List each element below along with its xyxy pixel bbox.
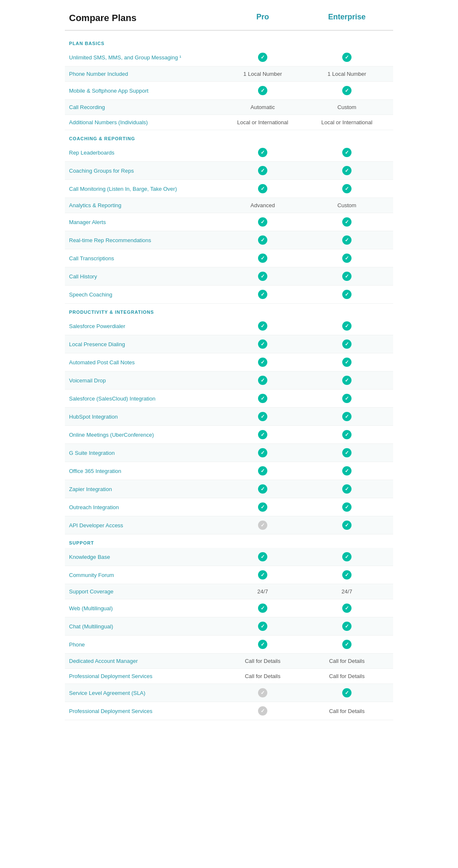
table-row: Service Level Agreement (SLA) — [65, 684, 393, 702]
pro-value — [221, 217, 305, 227]
pro-value — [221, 86, 305, 95]
table-row: Automated Post Call Notes — [65, 353, 393, 371]
table-row: Analytics & ReportingAdvancedCustom — [65, 198, 393, 213]
check-icon — [258, 290, 267, 299]
check-icon — [342, 484, 351, 494]
pro-value: Advanced — [221, 202, 305, 208]
table-row: Rep Leaderboards — [65, 144, 393, 162]
check-icon — [258, 430, 267, 439]
table-row: Real-time Rep Recommendations — [65, 231, 393, 249]
table-row: Mobile & Softphone App Support — [65, 82, 393, 100]
table-row: Support Coverage24/724/7 — [65, 584, 393, 599]
enterprise-value — [305, 166, 389, 175]
pro-value: Automatic — [221, 104, 305, 110]
text-value: Call for Details — [329, 708, 365, 714]
enterprise-value — [305, 235, 389, 245]
pro-value — [221, 235, 305, 245]
text-value: Call for Details — [329, 658, 365, 664]
check-disabled-icon — [258, 688, 267, 697]
check-icon — [342, 552, 351, 561]
pro-value — [221, 358, 305, 367]
enterprise-value — [305, 358, 389, 367]
enterprise-value — [305, 321, 389, 331]
feature-name: Call Transcriptions — [69, 255, 221, 262]
check-icon — [342, 466, 351, 475]
check-icon — [258, 217, 267, 227]
enterprise-value: Call for Details — [305, 673, 389, 679]
feature-name: Speech Coaching — [69, 291, 221, 298]
feature-name: Real-time Rep Recommendations — [69, 237, 221, 243]
enterprise-value — [305, 640, 389, 649]
text-value: Automatic — [250, 104, 275, 110]
table-row: Call Monitoring (Listen In, Barge, Take … — [65, 180, 393, 198]
check-icon — [342, 86, 351, 95]
enterprise-value — [305, 552, 389, 561]
feature-name: Salesforce (SalesCloud) Integration — [69, 395, 221, 402]
pro-value — [221, 184, 305, 193]
text-value: Advanced — [250, 202, 275, 208]
check-icon — [342, 321, 351, 331]
check-icon — [342, 272, 351, 281]
check-icon — [258, 321, 267, 331]
check-icon — [342, 184, 351, 193]
feature-name: Call Recording — [69, 104, 221, 110]
table-row: Call RecordingAutomaticCustom — [65, 100, 393, 115]
check-icon — [342, 166, 351, 175]
pro-value — [221, 622, 305, 631]
check-icon — [258, 640, 267, 649]
check-icon — [342, 521, 351, 530]
feature-name: Support Coverage — [69, 588, 221, 595]
section-label: PLAN BASICS — [69, 41, 221, 46]
pro-value — [221, 430, 305, 439]
pro-value — [221, 166, 305, 175]
check-icon — [258, 604, 267, 613]
text-value: Local or International — [237, 119, 288, 126]
pro-value: 24/7 — [221, 588, 305, 595]
check-icon — [342, 254, 351, 263]
enterprise-value — [305, 184, 389, 193]
feature-name: Service Level Agreement (SLA) — [69, 690, 221, 696]
check-icon — [342, 448, 351, 457]
enterprise-value — [305, 448, 389, 457]
section-header: COACHING & REPORTING — [65, 130, 393, 144]
feature-name: Web (Multilingual) — [69, 605, 221, 612]
enterprise-value — [305, 622, 389, 631]
check-icon — [258, 502, 267, 512]
pro-value — [221, 570, 305, 580]
enterprise-value — [305, 430, 389, 439]
check-icon — [258, 552, 267, 561]
enterprise-value — [305, 502, 389, 512]
table-row: Call History — [65, 267, 393, 286]
check-icon — [342, 688, 351, 697]
feature-name: Coaching Groups for Reps — [69, 168, 221, 174]
enterprise-value — [305, 484, 389, 494]
text-value: Custom — [338, 202, 357, 208]
enterprise-value: Custom — [305, 104, 389, 110]
check-icon — [342, 430, 351, 439]
text-value: 24/7 — [257, 588, 268, 595]
enterprise-value — [305, 290, 389, 299]
check-icon — [258, 235, 267, 245]
table-row: Call Transcriptions — [65, 249, 393, 267]
text-value: Local or International — [321, 119, 372, 126]
table-row: Professional Deployment ServicesCall for… — [65, 702, 393, 720]
check-icon — [342, 376, 351, 385]
table-row: Additional Numbers (Individuals)Local or… — [65, 115, 393, 130]
check-icon — [342, 217, 351, 227]
enterprise-value: 1 Local Number — [305, 71, 389, 77]
check-icon — [342, 502, 351, 512]
pro-value — [221, 53, 305, 62]
pro-value — [221, 148, 305, 157]
feature-name: Mobile & Softphone App Support — [69, 88, 221, 94]
table-row: Dedicated Account ManagerCall for Detail… — [65, 654, 393, 669]
enterprise-value — [305, 604, 389, 613]
feature-name: Professional Deployment Services — [69, 708, 221, 714]
pro-value — [221, 502, 305, 512]
feature-name: Local Presence Dialing — [69, 341, 221, 347]
section-header: PLAN BASICS — [65, 35, 393, 48]
sections-container: PLAN BASICSUnlimited SMS, MMS, and Group… — [65, 35, 393, 720]
feature-name: Additional Numbers (Individuals) — [69, 119, 221, 126]
feature-name: Knowledge Base — [69, 554, 221, 560]
check-icon — [258, 466, 267, 475]
page-title: Compare Plans — [69, 13, 221, 24]
